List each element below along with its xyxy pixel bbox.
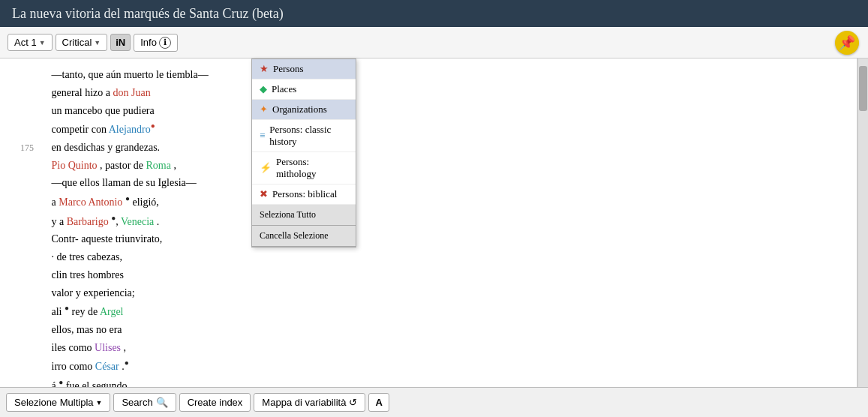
dropdown-item-label: Persons: classic history [269, 124, 348, 148]
entity-don-juan: don Juan [113, 87, 151, 98]
mappa-icon: ↺ [349, 397, 357, 408]
org-icon: ✦ [260, 104, 268, 116]
entity-pio-quinto: Pio Quinto [52, 160, 98, 171]
version-dropdown[interactable]: Critical ▼ [56, 34, 108, 51]
act-label: Act 1 [14, 37, 37, 48]
dropdown-item-places[interactable]: ◆ Places [252, 80, 356, 100]
text-line: · de tres cabezas, [8, 248, 842, 266]
page-title: La nueva vitoria del marqués de Santa Cr… [12, 6, 284, 22]
font-label: A [375, 397, 382, 408]
text-line: ali ● rey de Argel [8, 302, 842, 320]
pin-icon: 📌 [839, 34, 855, 51]
create-index-label: Create index [188, 397, 243, 408]
text-line: general hizo a don Juan [8, 84, 842, 102]
bottom-toolbar: Selezione Multipla ▼ Search 🔍 Create ind… [0, 387, 868, 417]
scrollbar[interactable] [857, 58, 868, 387]
selection-label: Selezione Multipla [14, 397, 94, 408]
text-line: irro como César .● [8, 356, 842, 375]
create-index-button[interactable]: Create index [179, 393, 251, 412]
search-label: Search [122, 397, 152, 408]
dropdown-item-persons[interactable]: ★ Persons [252, 59, 356, 80]
dropdown-panel: ★ Persons ◆ Places ✦ Organizations ≡ Per… [251, 58, 356, 248]
entity-dot: ● [125, 358, 129, 367]
person-icon: ★ [260, 63, 269, 75]
entity-dot: ● [125, 194, 130, 202]
text-line: á ● fue el segundo, [8, 376, 842, 387]
text-line: ellos, mas no era [8, 321, 842, 339]
dropdown-item-label: Persons [273, 63, 303, 75]
entity-dot: ● [111, 214, 116, 222]
entity-venecia: Venecia [121, 215, 154, 226]
dropdown-item-label: Places [272, 83, 296, 95]
act-dropdown[interactable]: Act 1 ▼ [8, 34, 53, 51]
entity-alejandro: Alejandro [109, 124, 151, 135]
pin-button[interactable]: 📌 [835, 31, 859, 55]
text-line: valor y experiencia; [8, 284, 842, 302]
entity-ulises: Ulises [95, 342, 121, 353]
version-label: Critical [62, 37, 92, 48]
dropdown-item-label: Persons: biblical [272, 188, 337, 200]
text-line: competir con Alejandro● [8, 119, 842, 138]
dropdown-item-persons-classic[interactable]: ≡ Persons: classic history [252, 120, 356, 152]
version-arrow-icon: ▼ [94, 39, 101, 46]
dropdown-item-label: Organizations [272, 104, 327, 116]
selection-multipla-button[interactable]: Selezione Multipla ▼ [6, 393, 110, 412]
text-line: clin tres hombres [8, 266, 842, 284]
text-line: a Marco Antonio ● eligió, [8, 192, 842, 211]
myth-icon: ⚡ [260, 162, 272, 174]
entity-dot: ● [65, 304, 69, 312]
line-number: 175 [8, 140, 34, 155]
entity-cesar: César [95, 361, 119, 372]
select-all-button[interactable]: Seleziona Tutto [252, 205, 356, 226]
text-line: un mancebo que pudiera [8, 102, 842, 120]
mappa-label: Mappa di variabilità [262, 397, 346, 408]
text-line: 175 en desdichas y grandezas. [8, 139, 842, 157]
title-bar: La nueva vitoria del marqués de Santa Cr… [0, 0, 868, 27]
entity-barbarigo: Barbarigo [67, 215, 109, 226]
info-label: Info [140, 37, 157, 48]
dropdown-item-persons-myth[interactable]: ⚡ Persons: mithology [252, 152, 356, 184]
entity-marco-antonio: Marco Antonio [59, 196, 122, 208]
classic-icon: ≡ [260, 130, 265, 142]
text-line: —que ellos llaman de su Iglesia— [8, 174, 842, 192]
font-button[interactable]: A [368, 393, 389, 412]
main-area: —tanto, que aún muerto le tiembla— gener… [0, 58, 868, 387]
entity-dot: ● [59, 378, 63, 386]
mappa-button[interactable]: Mappa di variabilità ↺ [254, 393, 365, 412]
toolbar: Act 1 ▼ Critical ▼ iN Info ℹ 📌 [0, 27, 868, 58]
entity-argel: Argel [100, 306, 124, 317]
text-line: y a Barbarigo ●, Venecia . [8, 212, 842, 230]
scrollbar-thumb[interactable] [859, 66, 867, 111]
selection-arrow-icon: ▼ [96, 399, 103, 406]
info-icon: ℹ [159, 37, 171, 49]
info-button[interactable]: Info ℹ [134, 34, 178, 52]
entity-dot: ● [151, 122, 155, 130]
dropdown-item-organizations[interactable]: ✦ Organizations [252, 100, 356, 120]
entity-roma: Roma [146, 160, 171, 171]
act-arrow-icon: ▼ [39, 39, 46, 46]
dropdown-item-label: Persons: mithology [276, 156, 348, 180]
search-button[interactable]: Search 🔍 [113, 393, 176, 412]
text-line: Contr- aqueste triunvirato, [8, 230, 842, 248]
dropdown-item-persons-biblical[interactable]: ✖ Persons: biblical [252, 184, 356, 205]
text-line: Pio Quinto , pastor de Roma , [8, 157, 842, 175]
text-line: —tanto, que aún muerto le tiembla— [8, 66, 842, 84]
place-icon: ◆ [260, 83, 267, 95]
search-icon: 🔍 [156, 397, 168, 408]
in-label: iN [116, 37, 125, 48]
text-panel[interactable]: —tanto, que aún muerto le tiembla— gener… [0, 58, 857, 387]
clear-selection-button[interactable]: Cancella Selezione [252, 226, 356, 247]
text-line: iles como Ulises , [8, 339, 842, 357]
in-button[interactable]: iN [110, 34, 131, 51]
biblical-icon: ✖ [260, 188, 268, 200]
